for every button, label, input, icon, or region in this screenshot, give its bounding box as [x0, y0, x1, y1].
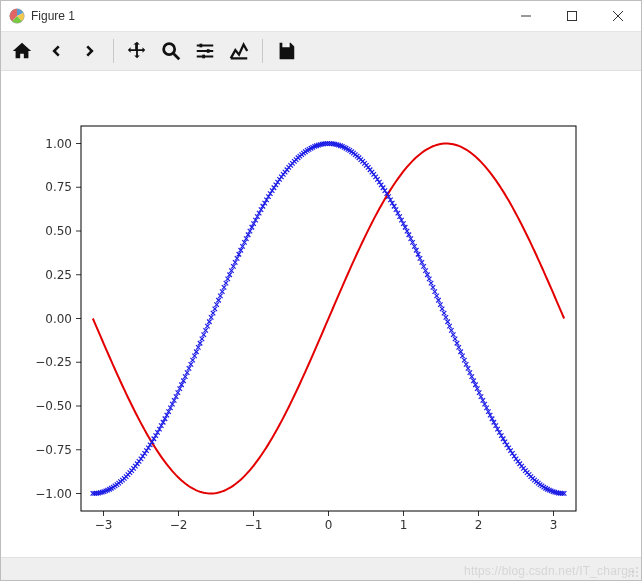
svg-point-26	[632, 571, 634, 573]
xtick-label: 1	[400, 518, 408, 532]
window-title: Figure 1	[31, 9, 75, 23]
xtick-label: 3	[550, 518, 558, 532]
xtick-label: −2	[170, 518, 188, 532]
pan-button[interactable]	[122, 36, 152, 66]
save-button[interactable]	[271, 36, 301, 66]
figure-window: Figure 1	[0, 0, 642, 581]
plot-canvas[interactable]: −1.00−0.75−0.50−0.250.000.250.500.751.00…	[1, 71, 641, 557]
ytick-label: 1.00	[45, 137, 72, 151]
svg-point-2	[164, 44, 175, 55]
svg-rect-3	[200, 44, 203, 48]
minimize-button[interactable]	[503, 1, 549, 31]
svg-rect-5	[202, 55, 205, 59]
forward-button[interactable]	[75, 36, 105, 66]
xtick-label: −3	[95, 518, 113, 532]
ytick-label: 0.50	[45, 224, 72, 238]
svg-point-27	[632, 575, 634, 577]
ytick-label: −0.75	[35, 443, 72, 457]
back-button[interactable]	[41, 36, 71, 66]
edit-axes-button[interactable]	[224, 36, 254, 66]
plot-svg: −1.00−0.75−0.50−0.250.000.250.500.751.00…	[1, 71, 641, 560]
matplotlib-icon	[9, 8, 25, 24]
svg-point-28	[628, 575, 630, 577]
configure-subplots-button[interactable]	[190, 36, 220, 66]
ytick-label: −1.00	[35, 487, 72, 501]
watermark-text: https://blog.csdn.net/IT_charge	[464, 564, 635, 578]
home-button[interactable]	[7, 36, 37, 66]
maximize-button[interactable]	[549, 1, 595, 31]
toolbar-separator	[113, 39, 114, 63]
ytick-label: 0.00	[45, 312, 72, 326]
resize-grip[interactable]	[627, 566, 639, 578]
svg-rect-6	[287, 44, 289, 47]
xtick-label: −1	[245, 518, 263, 532]
statusbar: https://blog.csdn.net/IT_charge	[1, 557, 641, 580]
xtick-label: 2	[475, 518, 483, 532]
svg-point-23	[636, 567, 638, 569]
xtick-label: 0	[325, 518, 333, 532]
svg-point-24	[636, 571, 638, 573]
svg-rect-1	[568, 12, 577, 21]
svg-point-25	[636, 575, 638, 577]
ytick-label: 0.75	[45, 180, 72, 194]
titlebar: Figure 1	[1, 1, 641, 32]
toolbar	[1, 32, 641, 71]
svg-rect-4	[207, 49, 210, 53]
toolbar-separator-2	[262, 39, 263, 63]
ytick-label: −0.25	[35, 355, 72, 369]
ytick-label: −0.50	[35, 399, 72, 413]
ytick-label: 0.25	[45, 268, 72, 282]
zoom-button[interactable]	[156, 36, 186, 66]
close-button[interactable]	[595, 1, 641, 31]
series-sin(x)	[93, 144, 564, 494]
